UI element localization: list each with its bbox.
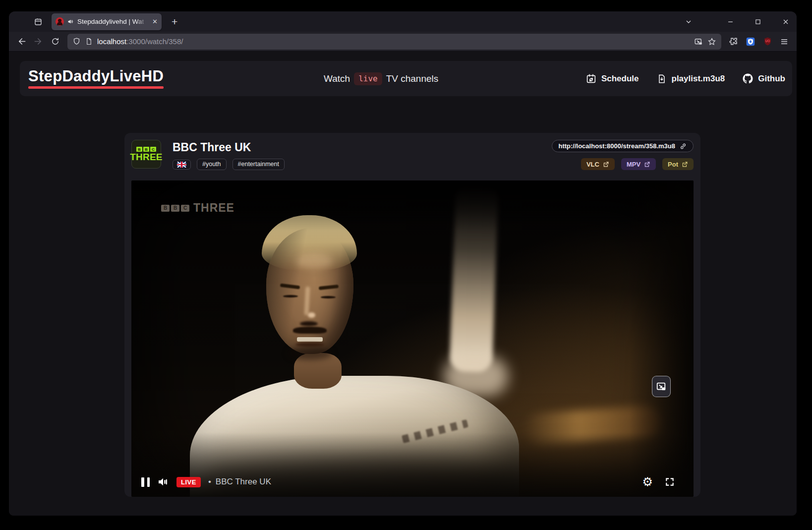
logo-underline	[28, 86, 164, 89]
pause-button[interactable]	[141, 477, 150, 487]
country-badge	[173, 160, 191, 170]
back-button[interactable]	[14, 34, 29, 49]
picture-in-picture-icon	[656, 381, 667, 392]
channel-card: B B C THREE BBC Three UK #youth #enterta…	[124, 133, 700, 497]
window-maximize-button[interactable]	[752, 16, 764, 28]
tag-entertainment: #entertainment	[232, 159, 285, 170]
gb-flag-icon	[177, 162, 186, 168]
svg-text:UO: UO	[765, 39, 770, 43]
ublock-extension-icon[interactable]: UO	[760, 34, 775, 49]
settings-gear-icon[interactable]: ⚙	[642, 476, 653, 488]
open-pot-button[interactable]: Pot	[662, 158, 694, 170]
tab-close-icon[interactable]: ✕	[152, 18, 158, 25]
logo-word: THREE	[130, 152, 162, 162]
logo-block: C	[150, 147, 156, 152]
page-content: StepDaddyLiveHD Watch live TV channels S…	[9, 61, 797, 516]
stream-url-pill[interactable]: http://localhost:8000/stream/358.m3u8	[552, 140, 694, 152]
live-badge: LIVE	[176, 477, 201, 487]
now-playing: • BBC Three UK	[208, 477, 271, 487]
tab-title: Stepdaddylivehd | Wat	[77, 18, 149, 25]
separator-dot: •	[208, 477, 211, 487]
url-host: localhost	[97, 37, 126, 46]
tagline-live-badge: live	[354, 72, 382, 85]
tab-bar: Stepdaddylivehd | Wat ✕ +	[9, 11, 797, 32]
open-mpv-button[interactable]: MPV	[621, 158, 656, 170]
open-btn-label: Pot	[668, 161, 678, 168]
volume-button[interactable]	[157, 476, 169, 488]
open-vlc-button[interactable]: VLC	[581, 158, 615, 170]
tagline-post: TV channels	[386, 73, 439, 84]
window-close-button[interactable]	[780, 16, 792, 28]
reload-button[interactable]	[48, 34, 62, 49]
watermark-block: C	[181, 205, 189, 212]
picture-in-picture-button[interactable]	[652, 376, 671, 397]
now-playing-title: BBC Three UK	[216, 477, 271, 487]
logo-block: B	[136, 147, 142, 152]
shield-icon[interactable]	[72, 37, 81, 46]
open-in-buttons: VLC MPV Pot	[581, 158, 694, 170]
tab-audio-icon[interactable]	[67, 18, 74, 25]
active-tab[interactable]: Stepdaddylivehd | Wat ✕	[52, 13, 162, 30]
bbc-three-logo: B B C THREE	[131, 140, 161, 169]
nav-label: playlist.m3u8	[672, 74, 725, 84]
url-text: localhost:3000/watch/358/	[97, 37, 690, 46]
menu-hamburger-icon[interactable]	[777, 34, 792, 49]
url-bar[interactable]: localhost:3000/watch/358/	[67, 34, 721, 50]
site-nav: Schedule playlist.m3u8 Github	[586, 73, 785, 84]
site-tagline: Watch live TV channels	[324, 61, 438, 96]
watermark-block: B	[171, 205, 179, 212]
watermark-word: THREE	[193, 201, 234, 215]
fullscreen-icon[interactable]	[665, 477, 675, 487]
logo-block: B	[143, 147, 149, 152]
channel-tags: #youth #entertainment	[173, 159, 285, 170]
browser-window: Stepdaddylivehd | Wat ✕ +	[9, 11, 797, 516]
bookmark-star-icon[interactable]	[707, 37, 716, 46]
new-tab-button[interactable]: +	[169, 16, 180, 28]
navigation-toolbar: localhost:3000/watch/358/ UO	[9, 32, 797, 52]
bitwarden-extension-icon[interactable]	[743, 34, 758, 49]
site-logo[interactable]: StepDaddyLiveHD	[28, 68, 164, 89]
video-player[interactable]: B B C THREE LIVE •	[131, 180, 694, 497]
open-btn-label: VLC	[586, 161, 599, 168]
watermark-block: B	[161, 205, 170, 212]
firefox-view-icon[interactable]	[31, 15, 46, 29]
nav-label: Github	[758, 74, 785, 84]
forward-button[interactable]	[31, 34, 46, 49]
external-link-icon	[644, 161, 650, 168]
nav-item-github[interactable]: Github	[743, 73, 785, 84]
file-download-icon	[657, 74, 667, 84]
open-btn-label: MPV	[627, 161, 640, 168]
tagline-pre: Watch	[324, 73, 350, 84]
stream-url-text: http://localhost:8000/stream/358.m3u8	[558, 142, 675, 150]
window-minimize-button[interactable]	[724, 16, 736, 28]
player-controls: LIVE • BBC Three UK ⚙	[131, 476, 694, 488]
channel-title: BBC Three UK	[173, 141, 285, 154]
external-link-icon	[682, 161, 688, 168]
nav-item-playlist[interactable]: playlist.m3u8	[657, 74, 725, 84]
bbc-three-watermark: B B C THREE	[161, 201, 234, 215]
link-icon	[679, 142, 687, 150]
github-icon	[743, 73, 753, 84]
site-header: StepDaddyLiveHD Watch live TV channels S…	[20, 61, 792, 96]
url-path: :3000/watch/358/	[126, 37, 183, 46]
calendar-sync-icon	[586, 73, 596, 84]
tag-youth: #youth	[197, 159, 227, 170]
nav-label: Schedule	[601, 74, 639, 84]
site-favicon	[56, 17, 64, 26]
picture-in-picture-urlbar-icon[interactable]	[694, 37, 703, 46]
external-link-icon	[603, 161, 609, 168]
page-info-icon[interactable]	[85, 38, 93, 45]
nav-item-schedule[interactable]: Schedule	[586, 73, 639, 84]
extensions-puzzle-icon[interactable]	[726, 34, 741, 49]
site-logo-text: StepDaddyLiveHD	[28, 68, 164, 84]
list-tabs-chevron-icon[interactable]	[683, 16, 695, 28]
